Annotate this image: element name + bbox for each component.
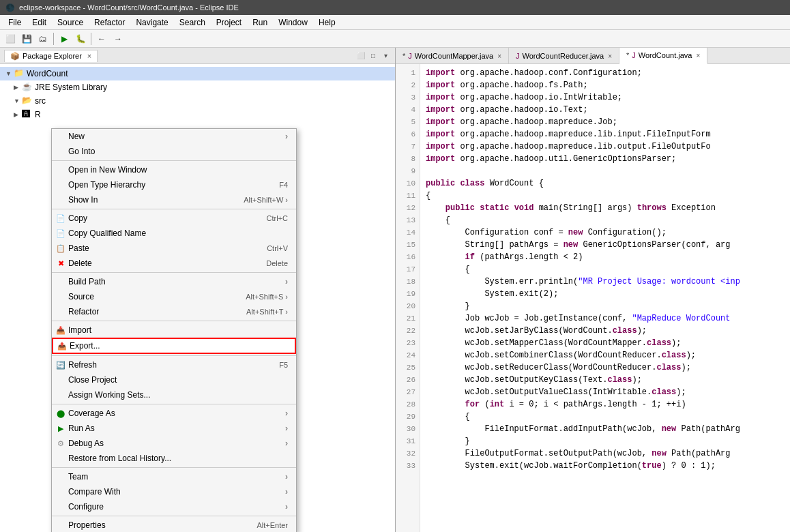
ln-4: 4 xyxy=(400,104,415,116)
ctx-refresh[interactable]: 🔄 Refresh F5 xyxy=(52,357,296,372)
ln-16: 16 xyxy=(400,251,415,263)
minimize-btn[interactable]: ⬜ xyxy=(355,50,366,61)
tree-icon-src: 📂 xyxy=(22,95,33,106)
tree-arrow-wordcount: ▼ xyxy=(5,70,14,77)
ctx-export[interactable]: 📤 Export... xyxy=(52,338,296,354)
ctx-properties-label: Properties xyxy=(68,520,106,530)
ctx-open-type-hierarchy[interactable]: Open Type Hierarchy F4 xyxy=(52,177,296,192)
ctx-source[interactable]: Source Alt+Shift+S › xyxy=(52,289,296,304)
package-explorer-close-btn[interactable]: × xyxy=(87,52,91,60)
maximize-btn[interactable]: □ xyxy=(368,50,379,61)
menu-navigate[interactable]: Navigate xyxy=(130,16,173,29)
toolbar-save-all-btn[interactable]: 🗂 xyxy=(35,31,50,46)
ctx-delete[interactable]: ✖ Delete Delete xyxy=(52,256,296,271)
code-line-17: { xyxy=(426,263,785,276)
ln-2: 2 xyxy=(400,79,415,91)
menu-window[interactable]: Window xyxy=(273,16,313,29)
tree-arrow-jre: ▶ xyxy=(14,84,22,91)
tree-label-src: src xyxy=(35,96,46,106)
tab-wordcount-mapper[interactable]: * J WordCountMapper.java × xyxy=(396,48,509,64)
ctx-go-into[interactable]: Go Into xyxy=(52,144,296,159)
ctx-properties[interactable]: Properties Alt+Enter xyxy=(52,518,296,532)
ctx-open-new-window-label: Open in New Window xyxy=(68,165,147,175)
toolbar-new-btn[interactable]: ⬜ xyxy=(3,31,18,46)
ctx-show-in[interactable]: Show In Alt+Shift+W › xyxy=(52,192,296,207)
ctx-run-as[interactable]: ▶ Run As › xyxy=(52,421,296,436)
ctx-import[interactable]: 📥 Import xyxy=(52,323,296,338)
ctx-new[interactable]: New › xyxy=(52,129,296,144)
ctx-refresh-label: Refresh xyxy=(68,360,97,370)
ln-11: 11 xyxy=(400,190,415,202)
ctx-copy-qualified-label: Copy Qualified Name xyxy=(68,228,146,238)
ctx-debug-as[interactable]: ⚙ Debug As › xyxy=(52,436,296,451)
tree-item-r[interactable]: ▶ 🅰 R xyxy=(0,108,395,121)
ln-31: 31 xyxy=(400,435,415,447)
ln-9: 9 xyxy=(400,165,415,177)
ctx-configure[interactable]: Configure › xyxy=(52,499,296,514)
code-editor-panel: * J WordCountMapper.java × J WordCountRe… xyxy=(396,48,790,532)
ctx-refactor-label: Refactor xyxy=(68,307,99,316)
tree-icon-r: 🅰 xyxy=(22,109,33,120)
ln-17: 17 xyxy=(400,263,415,276)
menu-source[interactable]: Source xyxy=(52,16,89,29)
ctx-open-new-window[interactable]: Open in New Window xyxy=(52,162,296,177)
ctx-delete-shortcut: Delete xyxy=(266,259,288,267)
toolbar-sep-1 xyxy=(53,33,54,45)
ctx-refactor[interactable]: Refactor Alt+Shift+T › xyxy=(52,304,296,319)
ctx-compare-with[interactable]: Compare With › xyxy=(52,484,296,499)
tree-item-wordcount[interactable]: ▼ 📁 WordCount xyxy=(0,67,395,80)
ctx-restore-local-history[interactable]: Restore from Local History... xyxy=(52,451,296,466)
menu-run[interactable]: Run xyxy=(247,16,273,29)
ctx-compare-with-label: Compare With xyxy=(68,487,121,497)
menu-search[interactable]: Search xyxy=(174,16,211,29)
code-line-23: wcJob.setMapperClass(WordCountMapper.cla… xyxy=(426,337,785,349)
ctx-close-project[interactable]: Close Project xyxy=(52,372,296,387)
ctx-team[interactable]: Team › xyxy=(52,469,296,484)
toolbar-fwd-btn[interactable]: → xyxy=(111,31,126,46)
title-bar: 🌑 eclipse-workspace - WordCount/src/Word… xyxy=(0,0,790,15)
ctx-properties-shortcut: Alt+Enter xyxy=(257,521,288,529)
ctx-copy-shortcut: Ctrl+C xyxy=(267,214,288,222)
tree-label-r: R xyxy=(35,110,41,119)
toolbar-save-btn[interactable]: 💾 xyxy=(19,31,34,46)
view-menu-btn[interactable]: ▾ xyxy=(380,50,391,61)
tab-wordcount-reducer[interactable]: J WordCountReducer.java × xyxy=(509,48,619,64)
ctx-assign-working-sets[interactable]: Assign Working Sets... xyxy=(52,387,296,402)
menu-edit[interactable]: Edit xyxy=(27,16,52,29)
code-line-21: Job wcJob = Job.getInstance(conf, "MapRe… xyxy=(426,312,785,325)
code-line-20: } xyxy=(426,300,785,312)
toolbar-back-btn[interactable]: ← xyxy=(94,31,109,46)
menu-refactor[interactable]: Refactor xyxy=(89,16,130,29)
tab-mapper-close[interactable]: × xyxy=(497,53,501,60)
toolbar-run-btn[interactable]: ▶ xyxy=(57,31,72,46)
code-line-19: System.exit(2); xyxy=(426,288,785,300)
menu-project[interactable]: Project xyxy=(211,16,247,29)
ctx-paste[interactable]: 📋 Paste Ctrl+V xyxy=(52,241,296,256)
tab-wordcount[interactable]: * J WordCount.java × xyxy=(619,48,707,64)
code-content[interactable]: import org.apache.hadoop.conf.Configurat… xyxy=(420,64,790,532)
tree-item-src[interactable]: ▼ 📂 src xyxy=(0,94,395,108)
editor-tabs: * J WordCountMapper.java × J WordCountRe… xyxy=(396,48,790,64)
tree-item-jre[interactable]: ▶ ☕ JRE System Library xyxy=(0,80,395,94)
tab-reducer-icon: J xyxy=(516,52,520,60)
ctx-copy-qualified[interactable]: 📄 Copy Qualified Name xyxy=(52,226,296,241)
ln-21: 21 xyxy=(400,312,415,325)
ctx-copy[interactable]: 📄 Copy Ctrl+C xyxy=(52,211,296,226)
menu-bar: File Edit Source Refactor Navigate Searc… xyxy=(0,15,790,30)
tab-reducer-close[interactable]: × xyxy=(608,53,612,60)
menu-help[interactable]: Help xyxy=(313,16,341,29)
package-explorer-tab-label: Package Explorer xyxy=(23,52,82,60)
toolbar-debug-btn[interactable]: 🐛 xyxy=(73,31,88,46)
ln-29: 29 xyxy=(400,411,415,423)
ctx-coverage-as-arrow: › xyxy=(285,409,288,418)
ln-32: 32 xyxy=(400,447,415,460)
tab-wordcount-close[interactable]: × xyxy=(696,52,700,59)
ctx-build-path[interactable]: Build Path › xyxy=(52,274,296,289)
ctx-coverage-as[interactable]: ⬤ Coverage As › xyxy=(52,406,296,421)
package-explorer-tab[interactable]: 📦 Package Explorer × xyxy=(4,50,98,62)
ctx-team-arrow: › xyxy=(285,472,288,482)
menu-file[interactable]: File xyxy=(3,16,27,29)
ctx-close-project-label: Close Project xyxy=(68,375,117,385)
ln-13: 13 xyxy=(400,214,415,226)
tab-mapper-icon: J xyxy=(408,52,412,60)
